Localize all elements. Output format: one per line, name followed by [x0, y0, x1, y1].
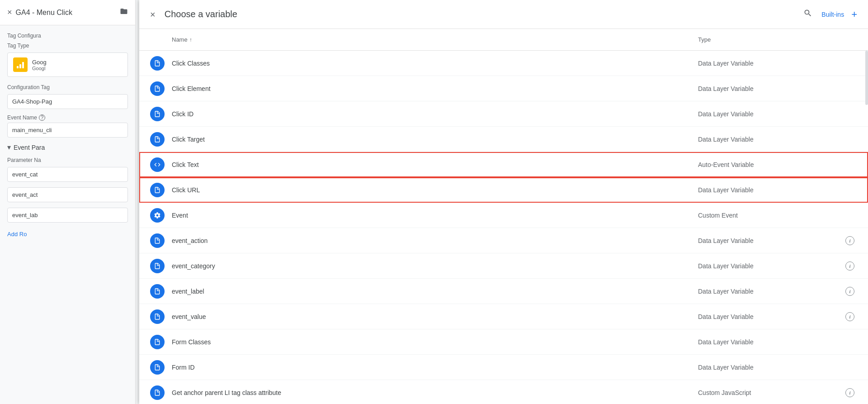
row-type-click-url: Data Layer Variable — [698, 186, 843, 194]
panel-title: Choose a variable — [165, 9, 804, 19]
row-name-form-classes: Form Classes — [172, 338, 698, 346]
row-type-click-text: Auto-Event Variable — [698, 161, 843, 168]
config-tag-label: Configuration Tag — [7, 84, 128, 90]
row-type-click-element: Data Layer Variable — [698, 85, 843, 92]
row-type-event-label: Data Layer Variable — [698, 288, 843, 295]
row-icon-code — [150, 157, 165, 172]
row-icon-doc — [150, 107, 165, 121]
gtm-header: × GA4 - Menu Click — [0, 0, 135, 25]
info-icon[interactable]: i — [843, 261, 857, 271]
row-name-click-element: Click Element — [172, 85, 698, 92]
tag-name: Goog Googl — [32, 59, 47, 71]
bar3 — [22, 62, 24, 68]
row-type-event-category: Data Layer Variable — [698, 262, 843, 270]
config-tag-input[interactable]: GA4-Shop-Pag — [7, 94, 128, 109]
row-icon-doc — [150, 183, 165, 197]
row-icon-doc — [150, 309, 165, 324]
row-type-click-classes: Data Layer Variable — [698, 60, 843, 67]
gtm-folder-icon[interactable] — [120, 7, 128, 18]
row-type-get-anchor: Custom JavaScript — [698, 389, 843, 396]
gtm-body: Tag Configura Tag Type Goog Googl Config… — [0, 25, 135, 247]
param1-input[interactable]: event_cat — [7, 167, 128, 182]
panel-header: × Choose a variable Built-ins + — [139, 0, 868, 29]
row-type-form-classes: Data Layer Variable — [698, 338, 843, 346]
row-name-event-value: event_value — [172, 313, 698, 320]
info-icon[interactable]: i — [843, 287, 857, 296]
row-type-event: Custom Event — [698, 212, 843, 219]
table-row-event-action[interactable]: event_action Data Layer Variable i — [139, 228, 868, 253]
info-icon[interactable]: i — [843, 312, 857, 321]
row-icon-doc — [150, 132, 165, 147]
row-name-event-category: event_category — [172, 262, 698, 270]
row-name-click-target: Click Target — [172, 136, 698, 143]
gtm-title: GA4 - Menu Click — [16, 9, 116, 17]
tag-type-label: Tag Type — [7, 43, 128, 49]
built-ins-button[interactable]: Built-ins — [821, 11, 844, 18]
row-type-event-action: Data Layer Variable — [698, 237, 843, 244]
table-header: Name ↑ Type — [139, 29, 868, 51]
add-new-variable-button[interactable]: + — [851, 10, 857, 19]
name-column-header[interactable]: Name ↑ — [172, 36, 698, 43]
row-name-click-classes: Click Classes — [172, 60, 698, 67]
row-name-click-text: Click Text — [172, 161, 698, 168]
event-name-input[interactable]: main_menu_cli — [7, 123, 128, 138]
tag-config-label: Tag Configura — [7, 33, 128, 39]
row-icon-doc — [150, 259, 165, 273]
row-type-event-value: Data Layer Variable — [698, 313, 843, 320]
row-icon-doc — [150, 360, 165, 375]
sort-arrow-icon: ↑ — [189, 37, 192, 43]
row-name-event-action: event_action — [172, 237, 698, 244]
info-icon[interactable]: i — [843, 388, 857, 397]
info-icon[interactable]: i — [843, 236, 857, 245]
variable-panel: × Choose a variable Built-ins + Name ↑ T… — [139, 0, 868, 404]
table-row-form-classes[interactable]: Form Classes Data Layer Variable — [139, 329, 868, 355]
table-row-event-label[interactable]: event_label Data Layer Variable i — [139, 279, 868, 304]
row-type-click-id: Data Layer Variable — [698, 110, 843, 118]
row-type-click-target: Data Layer Variable — [698, 136, 843, 143]
scroll-track[interactable] — [864, 51, 868, 404]
event-name-help-icon[interactable]: ? — [39, 114, 45, 121]
bar2 — [19, 64, 21, 68]
table-row-click-id[interactable]: Click ID Data Layer Variable — [139, 101, 868, 127]
type-column-header: Type — [698, 36, 843, 43]
search-icon[interactable] — [803, 9, 812, 20]
table-row-event[interactable]: Event Custom Event — [139, 203, 868, 228]
table-row-click-url[interactable]: Click URL Data Layer Variable — [139, 177, 868, 203]
row-icon-doc — [150, 284, 165, 299]
row-name-event: Event — [172, 212, 698, 219]
row-name-event-label: event_label — [172, 288, 698, 295]
event-name-label: Event Name — [7, 114, 37, 121]
table-row-click-element[interactable]: Click Element Data Layer Variable — [139, 76, 868, 101]
event-params-toggle[interactable]: ▾ Event Para — [7, 143, 128, 152]
row-name-get-anchor: Get anchor parent LI tag class attribute — [172, 389, 698, 396]
panel-close-button[interactable]: × — [150, 10, 156, 19]
row-name-form-id: Form ID — [172, 364, 698, 371]
row-type-form-id: Data Layer Variable — [698, 364, 843, 371]
table-row-event-value[interactable]: event_value Data Layer Variable i — [139, 304, 868, 329]
table-row-click-target[interactable]: Click Target Data Layer Variable — [139, 127, 868, 152]
row-icon-doc — [150, 385, 165, 400]
add-row-button[interactable]: Add Ro — [7, 228, 27, 240]
gtm-close-icon[interactable]: × — [7, 8, 12, 17]
bar1 — [17, 66, 19, 68]
table-row-event-category[interactable]: event_category Data Layer Variable i — [139, 253, 868, 279]
row-icon-doc — [150, 81, 165, 96]
table-row-click-text[interactable]: Click Text Auto-Event Variable — [139, 152, 868, 177]
chevron-icon: ▾ — [7, 143, 11, 152]
row-name-click-id: Click ID — [172, 110, 698, 118]
param2-input[interactable]: event_act — [7, 187, 128, 202]
table-row-click-classes[interactable]: Click Classes Data Layer Variable — [139, 51, 868, 76]
param3-input[interactable]: event_lab — [7, 208, 128, 223]
row-name-click-url: Click URL — [172, 186, 698, 194]
scroll-thumb — [865, 51, 868, 105]
gtm-background-panel: × GA4 - Menu Click Tag Configura Tag Typ… — [0, 0, 136, 404]
row-icon-doc — [150, 233, 165, 248]
tag-icon — [13, 57, 28, 72]
row-icon-doc — [150, 56, 165, 71]
param-name-label: Parameter Na — [7, 157, 128, 163]
table-row-form-id[interactable]: Form ID Data Layer Variable — [139, 355, 868, 380]
event-params-label: Event Para — [14, 144, 45, 151]
table-row-get-anchor[interactable]: Get anchor parent LI tag class attribute… — [139, 380, 868, 404]
tag-type-box[interactable]: Goog Googl — [7, 52, 128, 77]
variable-table-body: Click Classes Data Layer Variable Click … — [139, 51, 868, 404]
